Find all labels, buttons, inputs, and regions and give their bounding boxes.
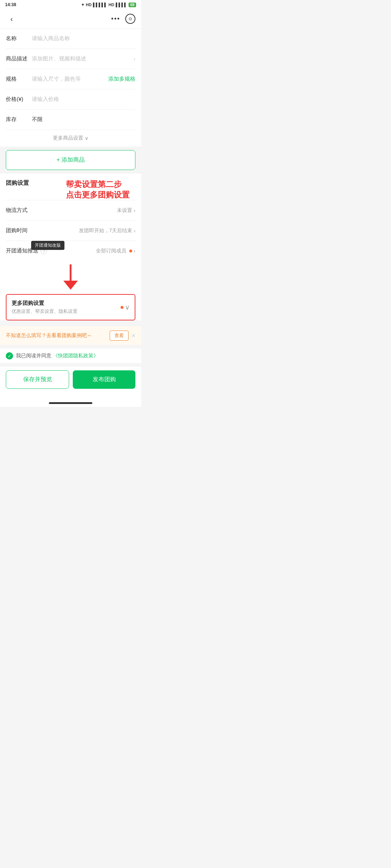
add-spec-button[interactable]: 添加多规格 <box>108 76 135 82</box>
more-settings-chevron: ∨ <box>85 135 88 141</box>
group-buy-card: 团购设置 帮卖设置第二步 点击更多团购设置 物流方式 未设置 › 团购时间 发团… <box>0 174 141 320</box>
nav-bar: ‹ ••• ⊙ <box>0 9 141 29</box>
more-settings-chevron: ∨ <box>125 303 130 311</box>
group-time-chevron: › <box>134 228 135 234</box>
save-preview-button[interactable]: 保存并预览 <box>6 370 69 389</box>
down-arrow-icon <box>60 264 81 290</box>
more-settings-title: 更多团购设置 <box>12 300 77 307</box>
bluetooth-icon: ✦ <box>81 3 84 7</box>
banner-view-button[interactable]: 查看 <box>110 331 129 341</box>
logistics-chevron: › <box>134 208 135 213</box>
hd-label: HD <box>86 3 92 7</box>
more-product-settings-button[interactable]: 更多商品设置 ∨ <box>6 130 135 146</box>
banner-text: 不知道怎么填写？去看看团购案例吧～ <box>6 332 106 339</box>
notify-dot <box>129 250 132 252</box>
spec-input[interactable]: 请输入尺寸，颜色等 <box>32 76 108 82</box>
annotation-text: 帮卖设置第二步 点击更多团购设置 <box>60 179 135 200</box>
stock-row[interactable]: 库存 不限 <box>6 110 135 130</box>
status-right: ✦ HD ▌▌▌▌▌ HD ▌▌▌▌ 69 <box>81 3 136 7</box>
desc-input[interactable]: 添加图片、视频和描述 <box>32 55 132 62</box>
group-time-label: 团购时间 <box>6 227 79 234</box>
name-input[interactable]: 请输入商品名称 <box>32 35 135 42</box>
add-product-button[interactable]: + 添加商品 <box>6 150 135 170</box>
more-settings-dot <box>121 306 123 309</box>
more-options-button[interactable]: ••• <box>111 15 120 23</box>
logistics-row[interactable]: 物流方式 未设置 › <box>6 200 135 220</box>
nav-actions: ••• ⊙ <box>111 14 135 24</box>
desc-row[interactable]: 商品描述 添加图片、视频和描述 › <box>6 49 135 69</box>
hd-label-2: HD <box>109 3 114 7</box>
case-banner: 不知道怎么填写？去看看团购案例吧～ 查看 × <box>0 326 141 345</box>
publish-button[interactable]: 发布团购 <box>73 370 135 389</box>
name-row[interactable]: 名称 请输入商品名称 <box>6 29 135 49</box>
home-indicator <box>0 396 141 407</box>
group-time-value: 发团即开始，7天后结束 › <box>79 227 135 234</box>
battery-indicator: 69 <box>129 3 136 7</box>
signal-icon-2: ▌▌▌▌ <box>116 3 127 7</box>
logistics-value: 未设置 › <box>117 207 135 214</box>
notify-tooltip-badge: 开团通知改版 <box>31 241 64 250</box>
group-time-row[interactable]: 团购时间 发团即开始，7天后结束 › <box>6 220 135 241</box>
privacy-checkbox[interactable]: ✓ <box>6 352 13 359</box>
back-button[interactable]: ‹ <box>6 13 17 25</box>
banner-close-button[interactable]: × <box>131 332 135 340</box>
more-group-settings-button[interactable]: 更多团购设置 优惠设置、帮卖设置、隐私设置 ∨ <box>6 294 135 320</box>
status-bar: 14:38 ✦ HD ▌▌▌▌▌ HD ▌▌▌▌ 69 <box>0 0 141 9</box>
price-label: 价格(¥) <box>6 96 32 103</box>
notify-row[interactable]: 开团通知推送 ? 全部订阅成员 › 开团通知改版 <box>6 241 135 261</box>
desc-chevron: › <box>134 56 135 62</box>
bottom-buttons: 保存并预览 发布团购 <box>0 367 141 396</box>
privacy-text: 我已阅读并同意 《快团团隐私政策》 <box>16 353 98 359</box>
spec-row[interactable]: 规格 请输入尺寸，颜色等 添加多规格 <box>6 69 135 89</box>
spec-label: 规格 <box>6 76 32 82</box>
scan-button[interactable]: ⊙ <box>125 14 135 24</box>
notify-chevron: › <box>134 248 135 254</box>
logistics-label: 物流方式 <box>6 207 117 214</box>
home-bar <box>49 402 92 404</box>
notify-value: 全部订阅成员 › <box>96 248 135 254</box>
price-row[interactable]: 价格(¥) 请输入价格 <box>6 89 135 110</box>
stock-label: 库存 <box>6 116 32 123</box>
more-settings-right: ∨ <box>119 303 130 311</box>
group-buy-title: 团购设置 <box>6 179 29 191</box>
signal-icon: ▌▌▌▌▌ <box>93 3 107 7</box>
privacy-policy-link[interactable]: 《快团团隐私政策》 <box>53 353 98 358</box>
product-form-card: 名称 请输入商品名称 商品描述 添加图片、视频和描述 › 规格 请输入尺寸，颜色… <box>0 29 141 146</box>
scan-icon: ⊙ <box>129 16 132 21</box>
stock-value[interactable]: 不限 <box>32 116 135 123</box>
privacy-row: ✓ 我已阅读并同意 《快团团隐私政策》 <box>0 349 141 363</box>
name-label: 名称 <box>6 35 32 42</box>
more-settings-left: 更多团购设置 优惠设置、帮卖设置、隐私设置 <box>12 300 77 315</box>
svg-marker-1 <box>63 281 78 290</box>
status-time: 14:38 <box>5 2 16 7</box>
arrow-annotation <box>6 261 135 291</box>
desc-label: 商品描述 <box>6 55 32 62</box>
more-settings-subtitle: 优惠设置、帮卖设置、隐私设置 <box>12 308 77 315</box>
price-input[interactable]: 请输入价格 <box>32 96 135 103</box>
main-content: 名称 请输入商品名称 商品描述 添加图片、视频和描述 › 规格 请输入尺寸，颜色… <box>0 29 141 407</box>
